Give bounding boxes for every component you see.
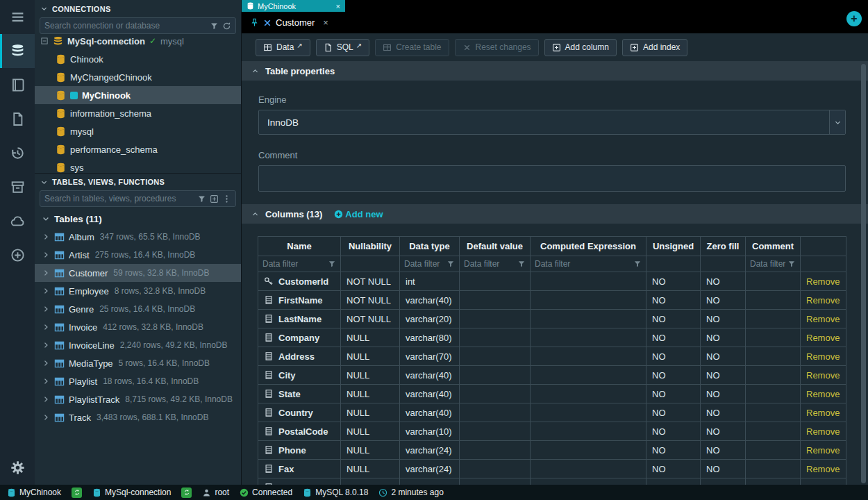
add-icon[interactable]: [210, 194, 219, 203]
close-icon[interactable]: ×: [336, 2, 340, 10]
column-comment[interactable]: [746, 291, 801, 310]
tab-customer[interactable]: Customer ×: [242, 12, 337, 33]
column-zerofill[interactable]: NO: [701, 272, 746, 291]
filter-funnel-icon[interactable]: [328, 260, 336, 268]
columns-section[interactable]: Columns (13) Add new: [242, 204, 868, 224]
column-comment[interactable]: [746, 272, 801, 291]
table-item[interactable]: Genre 25 rows, 16.4 KB, InnoDB: [35, 300, 241, 318]
data-button[interactable]: Data ↗: [256, 39, 310, 56]
column-datatype[interactable]: varchar(40): [400, 366, 460, 385]
column-comment[interactable]: [746, 478, 801, 485]
column-zerofill[interactable]: NO: [701, 385, 746, 403]
column-zerofill[interactable]: NO: [701, 478, 746, 485]
database-item[interactable]: MyChinook: [35, 86, 241, 104]
column-computed[interactable]: [531, 478, 646, 485]
computed-filter-input[interactable]: Data filter: [535, 259, 642, 269]
status-connection[interactable]: MySql-connection: [92, 488, 171, 497]
column-comment[interactable]: [746, 422, 801, 441]
column-computed[interactable]: [531, 291, 646, 310]
chevron-right-icon[interactable]: [42, 395, 50, 403]
table-item[interactable]: PlaylistTrack 8,715 rows, 49.2 KB, InnoD…: [35, 390, 241, 408]
chevron-right-icon[interactable]: [42, 269, 50, 277]
column-nullability[interactable]: NOT NULL: [341, 291, 400, 310]
column-computed[interactable]: [531, 403, 646, 422]
table-item[interactable]: Playlist 18 rows, 16.4 KB, InnoDB: [35, 372, 241, 390]
column-row[interactable]: Phone NULL varchar(24) NO NO Remove: [258, 441, 846, 460]
column-row[interactable]: Address NULL varchar(70) NO NO Remove: [258, 347, 846, 366]
column-comment[interactable]: [746, 366, 801, 385]
archive-icon[interactable]: [0, 170, 35, 204]
column-row[interactable]: LastName NOT NULL varchar(20) NO NO Remo…: [258, 310, 846, 328]
column-row[interactable]: CustomerId NOT NULL int NO NO Remove: [258, 272, 846, 291]
column-unsigned[interactable]: NO: [646, 366, 701, 385]
filter-funnel-icon[interactable]: [787, 260, 796, 268]
status-database[interactable]: MyChinook: [7, 488, 61, 497]
column-datatype[interactable]: varchar(40): [400, 385, 460, 403]
collapse-box-icon[interactable]: [40, 37, 49, 45]
column-default[interactable]: [460, 328, 531, 347]
column-datatype[interactable]: int: [400, 272, 460, 291]
database-sync-icon[interactable]: [72, 488, 82, 498]
add-column-button[interactable]: Add column: [544, 39, 617, 56]
chevron-right-icon[interactable]: [42, 305, 50, 313]
column-datatype[interactable]: varchar(40): [400, 403, 460, 422]
comment-input[interactable]: [258, 165, 846, 192]
remove-link[interactable]: Remove: [806, 464, 840, 474]
column-datatype[interactable]: varchar(80): [400, 328, 460, 347]
chevron-right-icon[interactable]: [42, 341, 50, 349]
pin-icon[interactable]: [250, 18, 259, 27]
column-datatype[interactable]: varchar(20): [400, 310, 460, 328]
filter-funnel-icon[interactable]: [197, 194, 206, 203]
column-zerofill[interactable]: NO: [701, 310, 746, 328]
column-nullability[interactable]: NULL: [341, 422, 400, 441]
database-item[interactable]: information_schema: [35, 104, 241, 122]
column-zerofill[interactable]: NO: [701, 460, 746, 478]
filter-funnel-icon[interactable]: [633, 260, 642, 268]
column-datatype[interactable]: varchar(24): [400, 441, 460, 460]
column-computed[interactable]: [531, 385, 646, 403]
column-nullability[interactable]: NULL: [341, 403, 400, 422]
column-unsigned[interactable]: NO: [646, 460, 701, 478]
column-datatype[interactable]: varchar(24): [400, 460, 460, 478]
table-item[interactable]: MediaType 5 rows, 16.4 KB, InnoDB: [35, 354, 241, 372]
column-default[interactable]: [460, 385, 531, 403]
database-item[interactable]: MyChangedChinook: [35, 68, 241, 86]
column-datatype[interactable]: varchar(70): [400, 347, 460, 366]
chevron-right-icon[interactable]: [42, 287, 50, 295]
column-row[interactable]: FirstName NOT NULL varchar(40) NO NO Rem…: [258, 291, 846, 310]
vertical-scrollbar[interactable]: [861, 64, 866, 483]
column-default[interactable]: [460, 441, 531, 460]
chevron-right-icon[interactable]: [42, 413, 50, 422]
default-filter-input[interactable]: Data filter: [464, 259, 526, 269]
column-default[interactable]: [460, 403, 531, 422]
column-nullability[interactable]: NULL: [341, 347, 400, 366]
tables-section-header[interactable]: TABLES, VIEWS, FUNCTIONS: [35, 173, 241, 190]
column-unsigned[interactable]: NO: [646, 272, 701, 291]
column-datatype[interactable]: varchar(40): [400, 291, 460, 310]
column-unsigned[interactable]: NO: [646, 478, 701, 485]
column-default[interactable]: [460, 347, 531, 366]
remove-link[interactable]: Remove: [806, 333, 840, 343]
column-row[interactable]: Country NULL varchar(40) NO NO Remove: [258, 403, 846, 422]
database-item[interactable]: Chinook: [35, 50, 241, 68]
sql-button[interactable]: SQL ↗: [316, 39, 369, 56]
column-computed[interactable]: [531, 310, 646, 328]
column-unsigned[interactable]: NO: [646, 291, 701, 310]
table-item[interactable]: Artist 275 rows, 16.4 KB, InnoDB: [35, 246, 241, 264]
table-item[interactable]: Album 347 rows, 65.5 KB, InnoDB: [35, 228, 241, 246]
table-properties-section[interactable]: Table properties: [242, 61, 868, 81]
chevron-up-icon[interactable]: [251, 210, 259, 218]
name-filter-input[interactable]: Data filter: [262, 259, 336, 269]
connection-search-input[interactable]: [44, 21, 206, 31]
column-nullability[interactable]: NOT NULL: [341, 478, 400, 485]
column-nullability[interactable]: NULL: [341, 366, 400, 385]
settings-gear-icon[interactable]: [0, 451, 35, 485]
column-row[interactable]: City NULL varchar(40) NO NO Remove: [258, 366, 846, 385]
history-icon[interactable]: [0, 136, 35, 170]
column-unsigned[interactable]: NO: [646, 422, 701, 441]
column-default[interactable]: [460, 422, 531, 441]
column-nullability[interactable]: NOT NULL: [341, 272, 400, 291]
column-comment[interactable]: [746, 460, 801, 478]
remove-link[interactable]: Remove: [806, 295, 840, 306]
column-default[interactable]: [460, 310, 531, 328]
